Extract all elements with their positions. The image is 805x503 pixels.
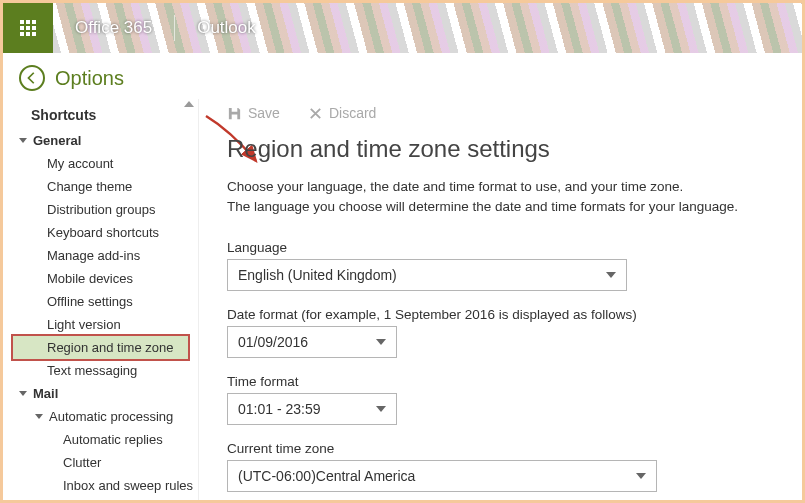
desc-line-2: The language you choose will determine t…: [227, 199, 738, 214]
sidebar-scrollbar[interactable]: [182, 101, 196, 500]
sidebar-item-offline-settings[interactable]: Offline settings: [13, 290, 198, 313]
suite-header: Office 365 Outlook: [3, 3, 802, 53]
timezone-value: (UTC-06:00)Central America: [238, 468, 415, 484]
sidebar-section-mail[interactable]: Mail: [13, 382, 198, 405]
date-format-select[interactable]: 01/09/2016: [227, 326, 397, 358]
sidebar-section-label: General: [33, 133, 81, 148]
caret-down-icon: [35, 414, 43, 419]
language-value: English (United Kingdom): [238, 267, 397, 283]
timezone-label: Current time zone: [227, 441, 782, 456]
time-format-value: 01:01 - 23:59: [238, 401, 321, 417]
settings-sidebar: Shortcuts General My account Change them…: [3, 99, 198, 500]
sidebar-item-text-messaging[interactable]: Text messaging: [13, 359, 198, 382]
sidebar-item-my-account[interactable]: My account: [13, 152, 198, 175]
sidebar-item-manage-addins[interactable]: Manage add-ins: [13, 244, 198, 267]
chevron-down-icon: [376, 406, 386, 412]
scroll-up-icon: [184, 101, 194, 107]
toolbar: Save Discard: [227, 103, 782, 135]
sidebar-section-label: Mail: [33, 386, 58, 401]
app-name[interactable]: Outlook: [175, 3, 278, 53]
desc-line-1: Choose your language, the date and time …: [227, 179, 683, 194]
save-icon: [227, 106, 242, 121]
caret-down-icon: [19, 391, 27, 396]
options-label: Options: [55, 67, 124, 90]
sidebar-item-automatic-replies[interactable]: Automatic replies: [13, 428, 198, 451]
sidebar-item-clutter[interactable]: Clutter: [13, 451, 198, 474]
sidebar-shortcuts[interactable]: Shortcuts: [13, 103, 198, 129]
caret-down-icon: [19, 138, 27, 143]
sidebar-item-mobile-devices[interactable]: Mobile devices: [13, 267, 198, 290]
time-format-label: Time format: [227, 374, 782, 389]
date-format-value: 01/09/2016: [238, 334, 308, 350]
suite-brand[interactable]: Office 365: [53, 3, 174, 53]
chevron-down-icon: [606, 272, 616, 278]
sidebar-item-light-version[interactable]: Light version: [13, 313, 198, 336]
page-description: Choose your language, the date and time …: [227, 177, 782, 218]
sidebar-item-distribution-groups[interactable]: Distribution groups: [13, 198, 198, 221]
discard-button[interactable]: Discard: [308, 105, 376, 121]
back-icon[interactable]: [19, 65, 45, 91]
page-title: Region and time zone settings: [227, 135, 782, 163]
options-back-row[interactable]: Options: [3, 53, 802, 99]
discard-label: Discard: [329, 105, 376, 121]
chevron-down-icon: [376, 339, 386, 345]
discard-icon: [308, 106, 323, 121]
save-button[interactable]: Save: [227, 105, 280, 121]
sidebar-item-keyboard-shortcuts[interactable]: Keyboard shortcuts: [13, 221, 198, 244]
sidebar-section-general[interactable]: General: [13, 129, 198, 152]
save-label: Save: [248, 105, 280, 121]
time-format-select[interactable]: 01:01 - 23:59: [227, 393, 397, 425]
app-launcher[interactable]: [3, 3, 53, 53]
sidebar-subsection-automatic-processing[interactable]: Automatic processing: [13, 405, 198, 428]
sidebar-item-change-theme[interactable]: Change theme: [13, 175, 198, 198]
waffle-icon: [20, 20, 36, 36]
timezone-select[interactable]: (UTC-06:00)Central America: [227, 460, 657, 492]
date-format-label: Date format (for example, 1 September 20…: [227, 307, 782, 322]
language-select[interactable]: English (United Kingdom): [227, 259, 627, 291]
sidebar-subsection-label: Automatic processing: [49, 409, 173, 424]
sidebar-item-inbox-sweep[interactable]: Inbox and sweep rules: [13, 474, 198, 497]
main-content: Save Discard Region and time zone settin…: [198, 99, 802, 500]
sidebar-item-region-timezone[interactable]: Region and time zone: [13, 336, 188, 359]
chevron-down-icon: [636, 473, 646, 479]
language-label: Language: [227, 240, 782, 255]
